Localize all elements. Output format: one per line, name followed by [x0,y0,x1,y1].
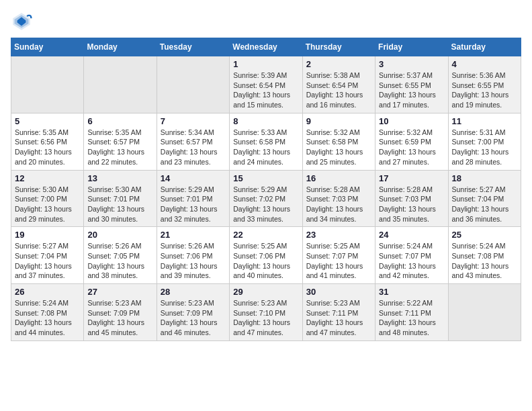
day-info: Sunrise: 5:31 AM Sunset: 7:00 PM Dayligh… [452,128,517,167]
calendar-cell: 11Sunrise: 5:31 AM Sunset: 7:00 PM Dayli… [448,113,521,170]
calendar-cell: 14Sunrise: 5:29 AM Sunset: 7:01 PM Dayli… [157,170,229,227]
day-number: 24 [379,230,444,240]
day-info: Sunrise: 5:23 AM Sunset: 7:09 PM Dayligh… [161,298,226,338]
day-info: Sunrise: 5:27 AM Sunset: 7:04 PM Dayligh… [15,241,80,281]
calendar-cell: 18Sunrise: 5:27 AM Sunset: 7:04 PM Dayli… [448,170,521,227]
calendar-cell: 23Sunrise: 5:25 AM Sunset: 7:07 PM Dayli… [302,227,375,284]
day-number: 16 [306,173,371,183]
calendar-cell: 19Sunrise: 5:27 AM Sunset: 7:04 PM Dayli… [11,227,84,284]
weekday-header: Thursday [302,38,375,56]
calendar-table: SundayMondayTuesdayWednesdayThursdayFrid… [11,38,521,341]
day-info: Sunrise: 5:23 AM Sunset: 7:09 PM Dayligh… [87,298,152,338]
day-number: 27 [87,287,152,297]
day-info: Sunrise: 5:30 AM Sunset: 7:01 PM Dayligh… [87,185,152,224]
day-number: 15 [233,173,298,183]
logo [11,11,36,32]
day-number: 30 [306,287,371,297]
calendar-cell: 8Sunrise: 5:33 AM Sunset: 6:58 PM Daylig… [230,113,302,170]
weekday-header: Saturday [448,38,521,56]
day-number: 7 [161,116,226,126]
calendar-cell: 21Sunrise: 5:26 AM Sunset: 7:06 PM Dayli… [157,227,229,284]
calendar-week-row: 26Sunrise: 5:24 AM Sunset: 7:08 PM Dayli… [11,284,521,341]
day-info: Sunrise: 5:38 AM Sunset: 6:54 PM Dayligh… [306,71,371,110]
day-info: Sunrise: 5:23 AM Sunset: 7:11 PM Dayligh… [306,298,371,338]
calendar-week-row: 12Sunrise: 5:30 AM Sunset: 7:00 PM Dayli… [11,170,521,227]
day-info: Sunrise: 5:32 AM Sunset: 6:58 PM Dayligh… [306,128,371,167]
day-info: Sunrise: 5:26 AM Sunset: 7:05 PM Dayligh… [87,241,152,281]
day-number: 23 [306,230,371,240]
day-number: 20 [87,230,152,240]
day-number: 14 [161,173,226,183]
day-number: 1 [233,59,298,69]
day-number: 2 [306,59,371,69]
calendar-cell: 16Sunrise: 5:28 AM Sunset: 7:03 PM Dayli… [302,170,375,227]
day-info: Sunrise: 5:29 AM Sunset: 7:02 PM Dayligh… [233,185,298,224]
calendar-cell: 4Sunrise: 5:36 AM Sunset: 6:55 PM Daylig… [448,56,521,113]
day-info: Sunrise: 5:24 AM Sunset: 7:08 PM Dayligh… [452,241,517,281]
day-number: 29 [233,287,298,297]
day-number: 22 [233,230,298,240]
day-number: 18 [452,173,517,183]
day-number: 21 [161,230,226,240]
day-number: 6 [87,116,152,126]
day-info: Sunrise: 5:34 AM Sunset: 6:57 PM Dayligh… [161,128,226,167]
day-info: Sunrise: 5:30 AM Sunset: 7:00 PM Dayligh… [15,185,80,224]
calendar-cell: 2Sunrise: 5:38 AM Sunset: 6:54 PM Daylig… [302,56,375,113]
calendar-cell: 22Sunrise: 5:25 AM Sunset: 7:06 PM Dayli… [230,227,302,284]
page-header [11,11,521,32]
day-number: 19 [15,230,80,240]
day-number: 10 [379,116,444,126]
weekday-header: Friday [375,38,448,56]
day-number: 12 [15,173,80,183]
calendar-cell: 9Sunrise: 5:32 AM Sunset: 6:58 PM Daylig… [302,113,375,170]
day-info: Sunrise: 5:32 AM Sunset: 6:59 PM Dayligh… [379,128,444,167]
calendar-cell: 3Sunrise: 5:37 AM Sunset: 6:55 PM Daylig… [375,56,448,113]
weekday-header: Monday [84,38,157,56]
day-number: 13 [87,173,152,183]
calendar-cell: 13Sunrise: 5:30 AM Sunset: 7:01 PM Dayli… [84,170,157,227]
weekday-header: Wednesday [230,38,302,56]
calendar-cell: 15Sunrise: 5:29 AM Sunset: 7:02 PM Dayli… [230,170,302,227]
calendar-cell [84,56,157,113]
day-number: 5 [15,116,80,126]
day-number: 17 [379,173,444,183]
logo-icon [11,11,32,32]
day-number: 9 [306,116,371,126]
calendar-cell: 26Sunrise: 5:24 AM Sunset: 7:08 PM Dayli… [11,284,84,341]
day-info: Sunrise: 5:25 AM Sunset: 7:07 PM Dayligh… [306,241,371,281]
day-info: Sunrise: 5:35 AM Sunset: 6:57 PM Dayligh… [87,128,152,167]
calendar-cell [448,284,521,341]
calendar-cell: 25Sunrise: 5:24 AM Sunset: 7:08 PM Dayli… [448,227,521,284]
day-info: Sunrise: 5:33 AM Sunset: 6:58 PM Dayligh… [233,128,298,167]
day-info: Sunrise: 5:28 AM Sunset: 7:03 PM Dayligh… [306,185,371,224]
day-number: 3 [379,59,444,69]
calendar-cell: 29Sunrise: 5:23 AM Sunset: 7:10 PM Dayli… [230,284,302,341]
calendar-week-row: 1Sunrise: 5:39 AM Sunset: 6:54 PM Daylig… [11,56,521,113]
calendar-cell [11,56,84,113]
day-info: Sunrise: 5:35 AM Sunset: 6:56 PM Dayligh… [15,128,80,167]
day-info: Sunrise: 5:28 AM Sunset: 7:03 PM Dayligh… [379,185,444,224]
day-info: Sunrise: 5:23 AM Sunset: 7:10 PM Dayligh… [233,298,298,338]
day-info: Sunrise: 5:24 AM Sunset: 7:07 PM Dayligh… [379,241,444,281]
calendar-cell: 30Sunrise: 5:23 AM Sunset: 7:11 PM Dayli… [302,284,375,341]
day-number: 25 [452,230,517,240]
day-info: Sunrise: 5:39 AM Sunset: 6:54 PM Dayligh… [233,71,298,110]
day-info: Sunrise: 5:36 AM Sunset: 6:55 PM Dayligh… [452,71,517,110]
day-number: 28 [161,287,226,297]
calendar-cell [157,56,229,113]
day-info: Sunrise: 5:26 AM Sunset: 7:06 PM Dayligh… [161,241,226,281]
weekday-header: Tuesday [157,38,229,56]
day-info: Sunrise: 5:25 AM Sunset: 7:06 PM Dayligh… [233,241,298,281]
day-info: Sunrise: 5:22 AM Sunset: 7:11 PM Dayligh… [379,298,444,338]
day-info: Sunrise: 5:27 AM Sunset: 7:04 PM Dayligh… [452,185,517,224]
day-info: Sunrise: 5:37 AM Sunset: 6:55 PM Dayligh… [379,71,444,110]
day-number: 26 [15,287,80,297]
calendar-cell: 12Sunrise: 5:30 AM Sunset: 7:00 PM Dayli… [11,170,84,227]
weekday-header: Sunday [11,38,84,56]
day-number: 31 [379,287,444,297]
calendar-week-row: 19Sunrise: 5:27 AM Sunset: 7:04 PM Dayli… [11,227,521,284]
calendar-cell: 1Sunrise: 5:39 AM Sunset: 6:54 PM Daylig… [230,56,302,113]
calendar-cell: 6Sunrise: 5:35 AM Sunset: 6:57 PM Daylig… [84,113,157,170]
calendar-week-row: 5Sunrise: 5:35 AM Sunset: 6:56 PM Daylig… [11,113,521,170]
calendar-cell: 5Sunrise: 5:35 AM Sunset: 6:56 PM Daylig… [11,113,84,170]
